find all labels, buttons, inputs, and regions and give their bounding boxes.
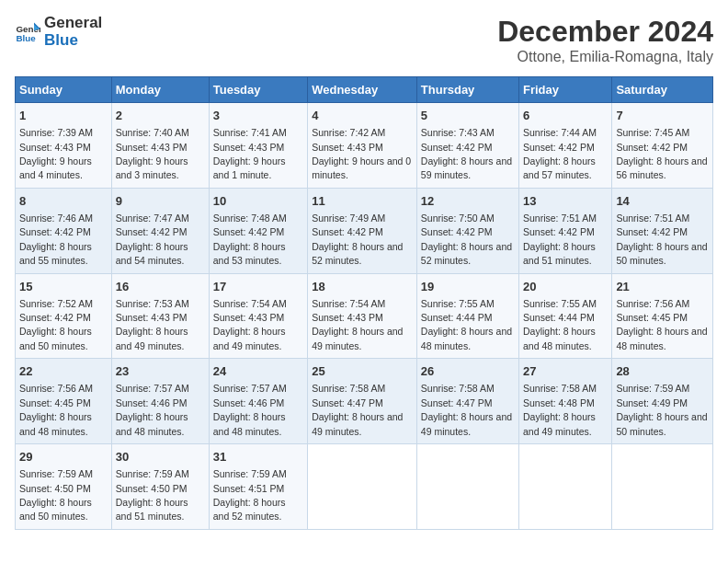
day-cell: 3Sunrise: 7:41 AMSunset: 4:43 PMDaylight… [209, 103, 307, 189]
day-info: Sunrise: 7:51 AMSunset: 4:42 PMDaylight:… [523, 213, 597, 266]
day-info: Sunrise: 7:44 AMSunset: 4:42 PMDaylight:… [523, 127, 597, 180]
day-cell: 26Sunrise: 7:58 AMSunset: 4:47 PMDayligh… [416, 359, 518, 444]
day-info: Sunrise: 7:49 AMSunset: 4:42 PMDaylight:… [312, 213, 403, 266]
day-number: 30 [116, 449, 205, 465]
day-cell: 16Sunrise: 7:53 AMSunset: 4:43 PMDayligh… [111, 273, 209, 359]
col-header-wednesday: Wednesday [308, 77, 417, 103]
day-cell: 14Sunrise: 7:51 AMSunset: 4:42 PMDayligh… [612, 188, 713, 273]
day-info: Sunrise: 7:56 AMSunset: 4:45 PMDaylight:… [19, 383, 93, 436]
day-cell: 19Sunrise: 7:55 AMSunset: 4:44 PMDayligh… [416, 273, 518, 359]
day-number: 16 [116, 279, 205, 295]
day-cell: 5Sunrise: 7:43 AMSunset: 4:42 PMDaylight… [416, 103, 518, 189]
day-info: Sunrise: 7:59 AMSunset: 4:49 PMDaylight:… [616, 383, 707, 436]
day-number: 19 [421, 279, 515, 295]
day-info: Sunrise: 7:54 AMSunset: 4:43 PMDaylight:… [213, 298, 287, 351]
day-number: 4 [312, 108, 413, 124]
calendar-table: SundayMondayTuesdayWednesdayThursdayFrid… [15, 76, 713, 530]
day-number: 6 [523, 108, 608, 124]
day-cell: 12Sunrise: 7:50 AMSunset: 4:42 PMDayligh… [416, 188, 518, 273]
week-row-2: 8Sunrise: 7:46 AMSunset: 4:42 PMDaylight… [16, 188, 713, 273]
day-info: Sunrise: 7:57 AMSunset: 4:46 PMDaylight:… [213, 383, 287, 436]
day-cell: 31Sunrise: 7:59 AMSunset: 4:51 PMDayligh… [209, 444, 307, 530]
header: General Blue General Blue December 2024 … [15, 15, 713, 65]
logo-blue: Blue [44, 32, 102, 50]
day-cell: 17Sunrise: 7:54 AMSunset: 4:43 PMDayligh… [209, 273, 307, 359]
day-number: 11 [312, 193, 413, 210]
day-cell: 20Sunrise: 7:55 AMSunset: 4:44 PMDayligh… [519, 273, 612, 359]
day-info: Sunrise: 7:57 AMSunset: 4:46 PMDaylight:… [116, 383, 189, 436]
day-cell: 28Sunrise: 7:59 AMSunset: 4:49 PMDayligh… [612, 359, 713, 444]
day-info: Sunrise: 7:54 AMSunset: 4:43 PMDaylight:… [312, 298, 403, 351]
day-cell: 2Sunrise: 7:40 AMSunset: 4:43 PMDaylight… [111, 103, 209, 189]
day-info: Sunrise: 7:45 AMSunset: 4:42 PMDaylight:… [616, 127, 707, 180]
day-info: Sunrise: 7:58 AMSunset: 4:47 PMDaylight:… [312, 383, 403, 436]
day-info: Sunrise: 7:42 AMSunset: 4:43 PMDaylight:… [312, 127, 411, 180]
day-cell: 25Sunrise: 7:58 AMSunset: 4:47 PMDayligh… [308, 359, 417, 444]
day-number: 17 [213, 279, 303, 295]
logo-icon: General Blue [15, 19, 40, 45]
col-header-sunday: Sunday [16, 77, 112, 103]
day-info: Sunrise: 7:48 AMSunset: 4:42 PMDaylight:… [213, 213, 287, 266]
day-cell: 21Sunrise: 7:56 AMSunset: 4:45 PMDayligh… [612, 273, 713, 359]
day-cell: 1Sunrise: 7:39 AMSunset: 4:43 PMDaylight… [16, 103, 112, 189]
col-header-thursday: Thursday [416, 77, 518, 103]
day-number: 28 [616, 363, 709, 380]
page-subtitle: Ottone, Emilia-Romagna, Italy [497, 49, 713, 65]
logo: General Blue General Blue [15, 15, 102, 49]
day-info: Sunrise: 7:53 AMSunset: 4:43 PMDaylight:… [116, 298, 189, 351]
day-number: 9 [116, 193, 205, 210]
col-header-friday: Friday [519, 77, 612, 103]
day-number: 22 [19, 363, 108, 380]
col-header-tuesday: Tuesday [209, 77, 307, 103]
day-number: 5 [421, 108, 515, 124]
day-info: Sunrise: 7:46 AMSunset: 4:42 PMDaylight:… [19, 213, 93, 266]
day-number: 1 [19, 108, 108, 124]
day-number: 8 [19, 193, 108, 210]
day-cell [416, 444, 518, 530]
day-cell [519, 444, 612, 530]
day-info: Sunrise: 7:59 AMSunset: 4:51 PMDaylight:… [213, 468, 287, 522]
day-cell: 7Sunrise: 7:45 AMSunset: 4:42 PMDaylight… [612, 103, 713, 189]
day-cell: 22Sunrise: 7:56 AMSunset: 4:45 PMDayligh… [16, 359, 112, 444]
day-number: 12 [421, 193, 515, 210]
day-number: 20 [523, 279, 608, 295]
day-number: 10 [213, 193, 303, 210]
day-cell [308, 444, 417, 530]
day-info: Sunrise: 7:58 AMSunset: 4:47 PMDaylight:… [421, 383, 512, 436]
day-cell [612, 444, 713, 530]
day-info: Sunrise: 7:55 AMSunset: 4:44 PMDaylight:… [421, 298, 512, 351]
day-number: 14 [616, 193, 709, 210]
day-cell: 6Sunrise: 7:44 AMSunset: 4:42 PMDaylight… [519, 103, 612, 189]
day-info: Sunrise: 7:47 AMSunset: 4:42 PMDaylight:… [116, 213, 189, 266]
day-info: Sunrise: 7:43 AMSunset: 4:42 PMDaylight:… [421, 127, 512, 180]
day-number: 13 [523, 193, 608, 210]
title-area: December 2024 Ottone, Emilia-Romagna, It… [497, 15, 713, 65]
day-info: Sunrise: 7:40 AMSunset: 4:43 PMDaylight:… [116, 127, 189, 180]
day-info: Sunrise: 7:39 AMSunset: 4:43 PMDaylight:… [19, 127, 93, 180]
col-header-saturday: Saturday [612, 77, 713, 103]
week-row-4: 22Sunrise: 7:56 AMSunset: 4:45 PMDayligh… [16, 359, 713, 444]
header-row: SundayMondayTuesdayWednesdayThursdayFrid… [16, 77, 713, 103]
day-info: Sunrise: 7:56 AMSunset: 4:45 PMDaylight:… [616, 298, 707, 351]
day-number: 15 [19, 279, 108, 295]
day-cell: 23Sunrise: 7:57 AMSunset: 4:46 PMDayligh… [111, 359, 209, 444]
day-cell: 30Sunrise: 7:59 AMSunset: 4:50 PMDayligh… [111, 444, 209, 530]
day-number: 29 [19, 449, 108, 465]
day-info: Sunrise: 7:55 AMSunset: 4:44 PMDaylight:… [523, 298, 597, 351]
day-number: 26 [421, 363, 515, 380]
day-number: 23 [116, 363, 205, 380]
day-number: 7 [616, 108, 709, 124]
day-info: Sunrise: 7:59 AMSunset: 4:50 PMDaylight:… [19, 468, 93, 522]
day-number: 2 [116, 108, 205, 124]
page-title: December 2024 [497, 15, 713, 49]
day-cell: 4Sunrise: 7:42 AMSunset: 4:43 PMDaylight… [308, 103, 417, 189]
day-number: 21 [616, 279, 709, 295]
day-number: 24 [213, 363, 303, 380]
day-info: Sunrise: 7:50 AMSunset: 4:42 PMDaylight:… [421, 213, 512, 266]
day-info: Sunrise: 7:52 AMSunset: 4:42 PMDaylight:… [19, 298, 93, 351]
day-number: 18 [312, 279, 413, 295]
day-number: 3 [213, 108, 303, 124]
day-number: 25 [312, 363, 413, 380]
day-cell: 10Sunrise: 7:48 AMSunset: 4:42 PMDayligh… [209, 188, 307, 273]
day-cell: 9Sunrise: 7:47 AMSunset: 4:42 PMDaylight… [111, 188, 209, 273]
